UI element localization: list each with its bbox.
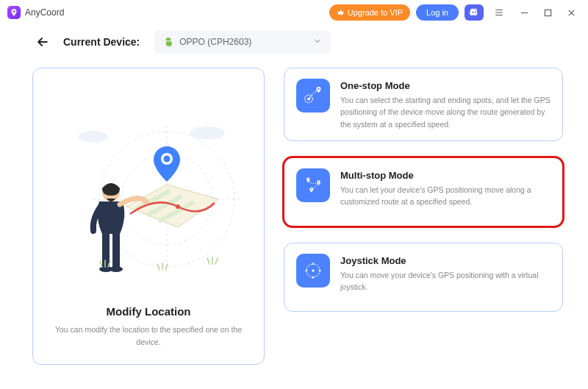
modify-location-card[interactable]: Modify Location You can modify the locat… <box>32 68 265 365</box>
upgrade-vip-button[interactable]: Upgrade to VIP <box>329 4 410 21</box>
modify-location-title: Modify Location <box>107 305 191 318</box>
svg-point-6 <box>190 126 225 140</box>
crown-icon <box>337 8 345 18</box>
current-device-label: Current Device: <box>63 36 140 48</box>
svg-point-7 <box>176 204 180 209</box>
device-select[interactable]: OPPO (CPH2603) <box>154 30 331 54</box>
joystick-mode-card[interactable]: Joystick Mode You can move your device's… <box>284 243 563 312</box>
modify-location-desc: You can modify the location to the speci… <box>46 324 251 348</box>
multi-stop-mode-title: Multi-stop Mode <box>340 170 551 181</box>
login-button[interactable]: Log in <box>416 4 459 21</box>
window-minimize-button[interactable] <box>516 4 532 21</box>
discord-button[interactable] <box>465 4 484 21</box>
device-row: Current Device: OPPO (CPH2603) <box>0 25 588 59</box>
joystick-mode-title: Joystick Mode <box>340 255 551 266</box>
android-icon <box>163 37 173 47</box>
svg-rect-0 <box>545 10 551 15</box>
svg-rect-11 <box>112 232 120 268</box>
one-stop-mode-title: One-stop Mode <box>340 80 551 91</box>
svg-point-5 <box>79 131 108 143</box>
app-logo-icon <box>7 6 21 19</box>
app-title: AnyCoord <box>25 7 64 18</box>
window-close-button[interactable] <box>563 4 579 21</box>
menu-button[interactable] <box>490 3 509 22</box>
one-stop-mode-card[interactable]: One-stop Mode You can select the startin… <box>284 68 563 141</box>
joystick-mode-icon <box>296 254 330 288</box>
multi-stop-mode-card[interactable]: Multi-stop Mode You can let your device'… <box>284 157 563 226</box>
svg-point-22 <box>312 269 314 271</box>
svg-point-9 <box>164 156 171 163</box>
titlebar: AnyCoord Upgrade to VIP Log in <box>0 0 588 25</box>
chevron-down-icon <box>313 35 322 49</box>
arrow-left-icon <box>35 35 50 49</box>
multi-stop-mode-icon <box>296 168 330 202</box>
svg-point-18 <box>307 179 309 180</box>
one-stop-mode-desc: You can select the starting and ending s… <box>340 94 551 130</box>
multi-stop-mode-desc: You can let your device's GPS positionin… <box>340 184 551 208</box>
main-content: Modify Location You can modify the locat… <box>0 59 588 382</box>
back-button[interactable] <box>32 32 53 52</box>
modify-location-illustration <box>46 82 251 302</box>
svg-point-19 <box>318 182 320 183</box>
minimize-icon <box>520 9 528 17</box>
upgrade-vip-label: Upgrade to VIP <box>348 8 403 17</box>
mode-list: One-stop Mode You can select the startin… <box>284 68 563 365</box>
hamburger-icon <box>494 7 504 18</box>
device-selected-text: OPPO (CPH2603) <box>179 37 251 47</box>
svg-point-16 <box>307 98 310 101</box>
one-stop-mode-icon <box>296 79 330 113</box>
window-maximize-button[interactable] <box>539 4 556 21</box>
discord-icon <box>468 7 480 18</box>
svg-point-13 <box>110 266 123 272</box>
svg-rect-10 <box>102 232 110 268</box>
maximize-icon <box>544 9 552 17</box>
svg-point-17 <box>318 88 319 90</box>
login-label: Log in <box>426 8 448 17</box>
close-icon <box>567 9 576 17</box>
svg-point-20 <box>311 188 312 190</box>
joystick-mode-desc: You can move your device's GPS positioni… <box>340 269 551 293</box>
